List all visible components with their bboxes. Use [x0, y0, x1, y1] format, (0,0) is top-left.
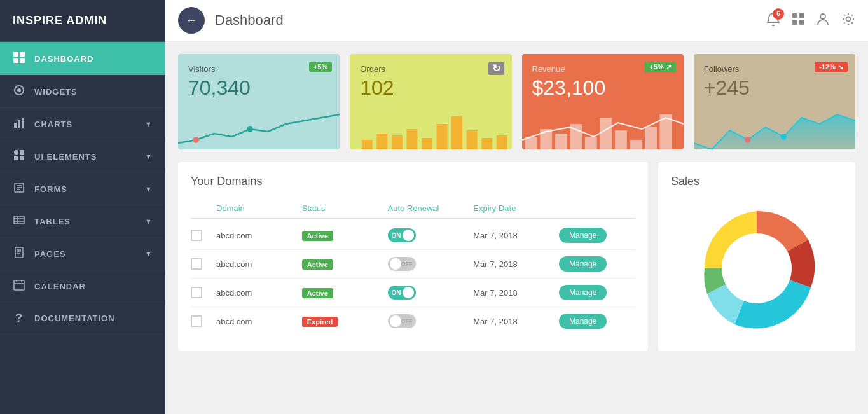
stat-cards: Visitors 70,340 +5% Orders 102 ↻: [178, 54, 855, 149]
sidebar-item-dashboard[interactable]: DASHBOARD: [0, 42, 165, 76]
svg-point-60: [745, 137, 750, 143]
followers-value: +245: [704, 76, 845, 100]
svg-rect-53: [584, 137, 596, 149]
svg-rect-32: [799, 13, 804, 18]
svg-rect-48: [497, 135, 507, 149]
row3-status-badge: Active: [302, 288, 333, 298]
sidebar-item-documentation[interactable]: ? DOCUMENTATION: [0, 303, 165, 335]
charts-icon: [13, 117, 25, 131]
svg-rect-33: [792, 20, 797, 25]
svg-point-35: [820, 14, 825, 19]
svg-point-62: [722, 233, 792, 303]
col-auto-renewal: Auto Renewal: [388, 204, 474, 213]
svg-rect-57: [645, 127, 657, 149]
row3-toggle[interactable]: ON: [388, 286, 416, 300]
sidebar-item-widgets[interactable]: WIDGETS: [0, 76, 165, 108]
orders-label: Orders: [360, 64, 501, 74]
row1-toggle[interactable]: ON: [388, 228, 416, 242]
svg-rect-45: [451, 116, 462, 149]
sidebar-item-calendar[interactable]: CALENDAR: [0, 270, 165, 303]
svg-point-37: [247, 126, 252, 132]
sidebar-item-charts[interactable]: CHARTS ▼: [0, 108, 165, 141]
stat-card-orders: Orders 102 ↻: [350, 54, 511, 149]
row3-expiry: Mar 7, 2018: [473, 288, 559, 298]
header: ← Dashboard 6: [165, 0, 868, 41]
table-row: abcd.com Active ON Mar 7, 2018 Manage: [191, 221, 635, 250]
svg-rect-7: [18, 120, 20, 128]
row1-toggle-wrapper: ON: [388, 228, 474, 242]
svg-rect-56: [630, 140, 642, 149]
sidebar-item-ui-elements[interactable]: UI ELEMENTS ▼: [0, 141, 165, 173]
row4-manage-button[interactable]: Manage: [559, 314, 607, 329]
svg-rect-2: [13, 58, 18, 63]
content-area: Visitors 70,340 +5% Orders 102 ↻: [165, 41, 868, 414]
svg-rect-46: [467, 130, 478, 149]
ui-elements-icon: [13, 149, 25, 163]
stat-card-visitors: Visitors 70,340 +5%: [178, 54, 340, 149]
revenue-badge: +5% ↗: [645, 62, 675, 72]
orders-chart: [350, 105, 511, 149]
svg-rect-39: [362, 140, 373, 149]
user-icon[interactable]: [816, 12, 830, 29]
row4-domain: abcd.com: [216, 317, 302, 326]
row2-knob: [390, 258, 401, 270]
sidebar-item-pages-label: PAGES: [34, 249, 66, 259]
sidebar-item-charts-label: CHARTS: [34, 120, 72, 129]
sidebar-title: INSPIRE ADMIN: [0, 0, 165, 42]
row4-knob: [390, 315, 401, 327]
notification-icon[interactable]: 6: [766, 12, 780, 29]
svg-rect-17: [14, 216, 24, 224]
revenue-chart: [522, 105, 684, 149]
col-domain: Domain: [216, 204, 302, 213]
visitors-label: Visitors: [188, 64, 329, 74]
settings-icon[interactable]: [841, 12, 855, 29]
dashboard-icon: [13, 51, 25, 66]
svg-rect-6: [14, 123, 17, 128]
sales-card: Sales: [658, 162, 855, 351]
header-icons: 6: [766, 12, 855, 29]
svg-rect-11: [14, 156, 18, 160]
row1-domain: abcd.com: [216, 231, 302, 240]
row4-toggle[interactable]: OFF: [388, 314, 416, 328]
table-row: abcd.com Expired OFF Mar 7, 2018 Manage: [191, 307, 635, 335]
row3-knob: [403, 287, 414, 298]
row2-checkbox[interactable]: [191, 258, 202, 270]
row4-status-badge: Expired: [302, 317, 338, 327]
svg-rect-42: [407, 129, 418, 149]
row3-manage-button[interactable]: Manage: [559, 285, 607, 300]
ui-elements-arrow-icon: ▼: [145, 153, 153, 160]
row2-manage-button[interactable]: Manage: [559, 256, 607, 272]
grid-icon[interactable]: [792, 13, 804, 29]
svg-point-36: [846, 17, 851, 21]
sidebar-item-forms[interactable]: FORMS ▼: [0, 173, 165, 205]
row1-status-badge: Active: [302, 231, 333, 241]
col-expiry: Expiry Date: [473, 204, 559, 213]
followers-badge: -12% ↘: [815, 62, 848, 72]
svg-rect-3: [20, 58, 25, 63]
row2-toggle[interactable]: OFF: [388, 257, 416, 271]
row4-checkbox[interactable]: [191, 315, 202, 327]
svg-point-5: [17, 88, 21, 92]
row3-domain: abcd.com: [216, 288, 302, 298]
sidebar-item-pages[interactable]: PAGES ▼: [0, 238, 165, 270]
svg-rect-8: [22, 118, 24, 128]
svg-rect-1: [20, 52, 25, 57]
bottom-section: Your Domains Domain Status Auto Renewal …: [178, 162, 855, 351]
row1-checkbox[interactable]: [191, 230, 202, 241]
row3-toggle-wrapper: ON: [388, 286, 474, 300]
row2-status: Active: [302, 258, 388, 270]
row2-expiry: Mar 7, 2018: [473, 259, 559, 269]
stat-card-revenue: Revenue $23,100 +5% ↗: [522, 54, 684, 149]
row1-manage-button[interactable]: Manage: [559, 228, 607, 243]
visitors-badge: +5%: [309, 62, 332, 72]
svg-rect-43: [422, 138, 432, 149]
svg-rect-25: [14, 280, 24, 290]
back-button[interactable]: ←: [178, 7, 205, 34]
row3-checkbox[interactable]: [191, 287, 202, 298]
sidebar-item-tables[interactable]: TABLES ▼: [0, 205, 165, 238]
row4-status: Expired: [302, 315, 388, 327]
notification-badge: 6: [773, 8, 784, 20]
sales-donut-chart: [687, 198, 827, 338]
row1-status: Active: [302, 230, 388, 241]
svg-rect-34: [799, 20, 804, 25]
